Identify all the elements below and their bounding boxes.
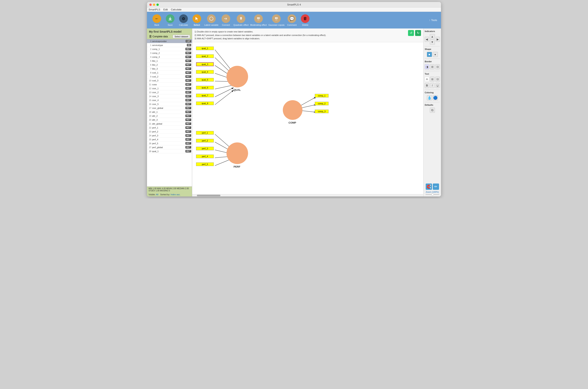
- indicators-right-btn[interactable]: ▶: [436, 37, 440, 42]
- list-item[interactable]: 24 perf_3 MET: [147, 134, 192, 137]
- border-remove-btn[interactable]: ⊟: [435, 64, 440, 69]
- magnet-button[interactable]: 🧲: [426, 184, 432, 190]
- list-item[interactable]: 9 cusl_2 MET: [147, 75, 192, 79]
- indicators-label: Indicators: [425, 30, 440, 32]
- list-item[interactable]: 14 csor_3 MET: [147, 94, 192, 98]
- list-item[interactable]: 13 csor_2 MET: [147, 90, 192, 94]
- close-button[interactable]: [149, 3, 152, 6]
- maximize-button[interactable]: [156, 3, 159, 6]
- node-comp3[interactable]: comp_3: [315, 110, 329, 113]
- list-item[interactable]: 15 csor_4 MET: [147, 98, 192, 102]
- tool-delete[interactable]: 🗑 Delete: [299, 14, 311, 26]
- tool-select[interactable]: Select: [191, 14, 203, 26]
- node-qual5[interactable]: qual_5: [196, 78, 214, 82]
- sorted-by-link[interactable]: Index asc.: [170, 193, 180, 196]
- list-item[interactable]: 4 comp_3 MET: [147, 55, 192, 59]
- refresh-button[interactable]: ↻: [415, 30, 421, 36]
- list-item[interactable]: 7 like_3 MET: [147, 67, 192, 71]
- menu-smartpls[interactable]: SmartPLS: [149, 8, 160, 11]
- node-perf4[interactable]: perf_4: [196, 155, 214, 158]
- border-color-btn[interactable]: ◨: [425, 64, 429, 69]
- node-perf-circle[interactable]: [226, 142, 248, 164]
- tool-quadratic[interactable]: Quadratic effect: [233, 14, 249, 26]
- list-item[interactable]: 26 perf_5 MET: [147, 141, 192, 145]
- text-bold-btn[interactable]: B: [425, 83, 429, 88]
- model-canvas[interactable]: qual_1 qual_2 qual_3 qual_4 qual_5 qual_…: [192, 42, 423, 194]
- shape-circle-btn[interactable]: ●: [433, 52, 438, 57]
- fill-color-btn[interactable]: 💧: [427, 95, 432, 100]
- right-panel: Indicators ◀ ▲ ▼ ▶ Shape ■ ● Border ◨ ⊞ …: [423, 29, 441, 196]
- defaults-btn[interactable]: ⧉: [430, 108, 435, 113]
- svg-point-2: [240, 17, 242, 19]
- node-qual-circle[interactable]: [226, 66, 248, 87]
- tool-calculate[interactable]: ⚙ Calculate: [178, 14, 189, 26]
- select-dataset-button[interactable]: Select dataset: [173, 35, 190, 38]
- zoom-slider[interactable]: [425, 194, 439, 195]
- list-item[interactable]: 1 servicetype 0|1: [147, 43, 192, 47]
- list-item[interactable]: 3 comp_2 MET: [147, 51, 192, 55]
- menu-calculate[interactable]: Calculate: [171, 8, 182, 11]
- list-item[interactable]: 25 perf_4 MET: [147, 137, 192, 141]
- node-qual2[interactable]: qual_2: [196, 54, 214, 58]
- scroll-thumb[interactable]: [197, 195, 220, 196]
- list-item[interactable]: 12 csor_1 MET: [147, 86, 192, 90]
- reset-button[interactable]: ↺: [408, 30, 414, 36]
- indicators-down-btn[interactable]: ▼: [430, 39, 435, 45]
- tool-connect[interactable]: Connect: [220, 14, 232, 26]
- tool-save[interactable]: Save: [164, 14, 176, 26]
- menu-edit[interactable]: Edit: [163, 8, 168, 11]
- text-underline-btn[interactable]: U: [435, 83, 440, 88]
- border-color-fill-btn[interactable]: 🔵: [433, 95, 438, 100]
- node-comp-circle[interactable]: [283, 100, 303, 120]
- shape-square-btn[interactable]: ■: [427, 52, 432, 57]
- list-item[interactable]: 2 comp_1 MET: [147, 47, 192, 51]
- list-item[interactable]: 5 like_1 MET: [147, 59, 192, 63]
- tool-gaussian[interactable]: Gaussian copula: [268, 14, 284, 26]
- node-perf1[interactable]: perf_1: [196, 131, 214, 134]
- tool-moderating[interactable]: Moderating effect: [250, 14, 267, 26]
- text-remove-btn[interactable]: ⊟: [435, 77, 440, 82]
- list-item[interactable]: 6 like_2 MET: [147, 63, 192, 67]
- node-comp1[interactable]: comp_1: [315, 94, 329, 97]
- text-color-btn[interactable]: A: [425, 77, 429, 82]
- pencil-button[interactable]: ✏: [433, 184, 439, 190]
- tool-latent[interactable]: Latent variable: [204, 14, 219, 26]
- node-perf2[interactable]: perf_2: [196, 139, 214, 142]
- list-item[interactable]: 23 perf_2 MET: [147, 130, 192, 134]
- zoom-slider-thumb[interactable]: [431, 193, 434, 196]
- node-qual7[interactable]: qual_7: [196, 94, 214, 97]
- panel-subtitle: 🗄 Complete data Select dataset: [147, 34, 192, 39]
- zoom-label[interactable]: Zoom (100%): [426, 191, 439, 193]
- list-item[interactable]: 16 csor_5 MET: [147, 102, 192, 106]
- border-add-btn[interactable]: ⊞: [430, 64, 435, 69]
- list-item[interactable]: 28 qual_1 MET: [147, 149, 192, 153]
- node-perf5[interactable]: perf_5: [196, 162, 214, 166]
- node-qual8[interactable]: qual_8: [196, 101, 214, 105]
- node-comp2[interactable]: comp_2: [315, 102, 329, 105]
- indicators-left-btn[interactable]: ◀: [425, 37, 429, 42]
- text-italic-btn[interactable]: I: [430, 83, 435, 88]
- list-item[interactable]: 22 perf_1 MET: [147, 126, 192, 130]
- node-qual1[interactable]: qual_1: [196, 47, 214, 50]
- node-perf3[interactable]: perf_3: [196, 147, 214, 150]
- minimize-button[interactable]: [153, 3, 155, 6]
- visible-all-link[interactable]: All: [156, 193, 158, 196]
- list-item[interactable]: 27 perf_global MET: [147, 145, 192, 149]
- list-item[interactable]: 19 attr_2 MET: [147, 114, 192, 118]
- list-item[interactable]: 10 cusl_3 MET: [147, 79, 192, 83]
- node-qual3[interactable]: qual_3: [196, 62, 214, 66]
- list-item[interactable]: 20 attr_3 MET: [147, 118, 192, 122]
- node-qual4[interactable]: qual_4: [196, 70, 214, 74]
- list-item[interactable]: 18 attr_1 MET: [147, 110, 192, 114]
- horizontal-scrollbar[interactable]: [192, 194, 423, 196]
- list-item[interactable]: 17 csor_global MET: [147, 106, 192, 110]
- node-qual6[interactable]: qual_6: [196, 86, 214, 89]
- list-item[interactable]: 11 cusa MET: [147, 83, 192, 86]
- divider-5: [425, 102, 440, 102]
- indicators-up-btn[interactable]: ▲: [430, 34, 435, 39]
- tool-back[interactable]: ← Back: [151, 14, 163, 26]
- tool-comment[interactable]: 💬 Comment: [286, 14, 298, 26]
- list-item[interactable]: 21 attr_global MET: [147, 122, 192, 126]
- list-item[interactable]: 8 cusl_1 MET: [147, 71, 192, 75]
- text-add-btn[interactable]: ⊞: [430, 77, 435, 82]
